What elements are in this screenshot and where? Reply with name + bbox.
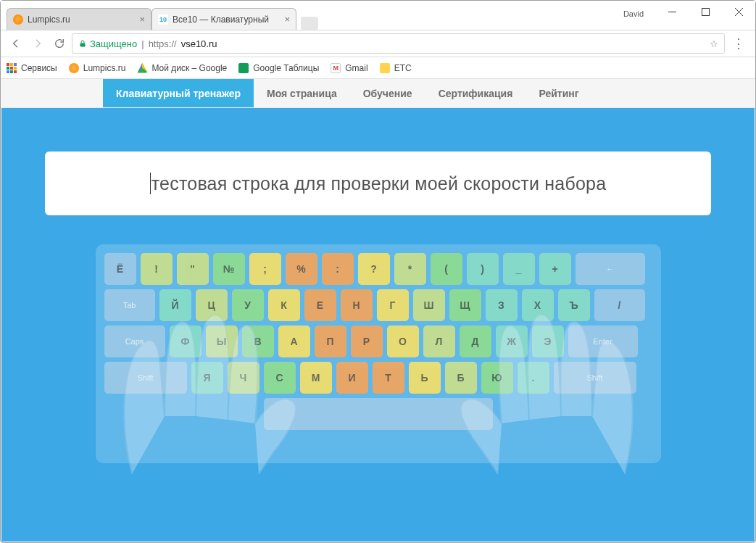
bookmark-label: Сервисы [21, 63, 57, 73]
secure-label: Защищено [90, 38, 137, 49]
bookmark-gmail[interactable]: MGmail [331, 63, 367, 73]
url-host: vse10.ru [181, 38, 217, 49]
svg-rect-4 [80, 43, 86, 47]
close-tab-icon[interactable]: × [139, 14, 145, 25]
key: Ё [104, 253, 136, 285]
favicon-lumpics [13, 14, 23, 25]
bookmarks-bar: Сервисы Lumpics.ru Мой диск – Google Goo… [1, 57, 755, 79]
virtual-keyboard: Ё ! " № ; % : ? * ( ) _ + ← Tab [96, 244, 661, 463]
key: ? [358, 253, 390, 285]
window-titlebar: Lumpics.ru × 10 Все10 — Клавиатурный × D… [1, 1, 755, 30]
nav-label: Рейтинг [539, 88, 578, 99]
sheets-icon [238, 63, 249, 73]
forward-button[interactable] [28, 34, 47, 53]
key: Т [373, 362, 404, 394]
key: № [213, 253, 245, 285]
new-tab-button[interactable] [301, 17, 318, 30]
bookmark-label: ETC [394, 63, 412, 73]
apps-icon [7, 63, 17, 73]
bookmark-label: Google Таблицы [253, 63, 319, 73]
key: * [394, 253, 426, 285]
key: ( [431, 253, 462, 285]
window-close-button[interactable] [722, 1, 755, 22]
drive-icon [137, 63, 147, 73]
window-maximize-button[interactable] [689, 1, 722, 22]
typing-input[interactable]: тестовая строка для проверки моей скорос… [45, 152, 711, 215]
folder-icon [380, 63, 390, 73]
key: : [322, 253, 354, 285]
gmail-icon: M [331, 63, 341, 73]
nav-rating[interactable]: Рейтинг [526, 79, 591, 107]
key-backspace: ← [576, 253, 645, 285]
secure-badge: Защищено [78, 38, 137, 49]
nav-learning[interactable]: Обучение [350, 79, 425, 107]
profile-name[interactable]: David [623, 5, 655, 18]
tab-title: Lumpics.ru [28, 14, 70, 25]
key: ! [141, 253, 173, 285]
bookmark-drive[interactable]: Мой диск – Google [137, 63, 227, 73]
text-cursor [150, 173, 151, 194]
key: И [336, 362, 368, 394]
bookmark-sheets[interactable]: Google Таблицы [238, 63, 319, 73]
apps-button[interactable]: Сервисы [7, 63, 57, 73]
url-input[interactable]: Защищено | https://vse10.ru ☆ [72, 33, 725, 54]
hand-left-illustration [103, 300, 320, 474]
nav-label: Моя страница [267, 88, 337, 99]
close-tab-icon[interactable]: × [284, 14, 290, 25]
nav-mypage[interactable]: Моя страница [254, 79, 350, 107]
key: " [177, 253, 209, 285]
nav-trainer[interactable]: Клавиатурный тренажер [103, 79, 254, 107]
key: О [387, 326, 419, 357]
nav-label: Сертификация [439, 88, 513, 99]
page-viewport: Клавиатурный тренажер Моя страница Обуче… [1, 79, 755, 542]
key: _ [503, 253, 535, 285]
favicon-lumpics [69, 63, 79, 73]
key: ) [467, 253, 499, 285]
typing-text: тестовая строка для проверки моей скорос… [151, 173, 607, 194]
hand-right-illustration [436, 300, 654, 474]
lock-icon [78, 39, 87, 48]
favicon-vse10: 10 [158, 14, 168, 25]
back-button[interactable] [7, 34, 25, 53]
nav-label: Клавиатурный тренажер [116, 88, 241, 99]
tab-title: Все10 — Клавиатурный [173, 14, 269, 25]
key: + [539, 253, 571, 285]
nav-cert[interactable]: Сертификация [425, 79, 526, 107]
key: Н [341, 289, 373, 321]
key: Г [377, 289, 409, 321]
bookmark-lumpics[interactable]: Lumpics.ru [69, 63, 126, 73]
url-scheme: https:// [149, 38, 177, 49]
bookmark-label: Gmail [345, 63, 367, 73]
address-bar: Защищено | https://vse10.ru ☆ ⋮ [1, 30, 755, 57]
key: % [286, 253, 317, 285]
browser-tab-vse10[interactable]: 10 Все10 — Клавиатурный × [151, 8, 296, 30]
nav-label: Обучение [363, 88, 412, 99]
trainer-area: тестовая строка для проверки моей скорос… [1, 108, 755, 542]
bookmark-label: Мой диск – Google [151, 63, 227, 73]
browser-tabstrip: Lumpics.ru × 10 Все10 — Клавиатурный × [7, 8, 318, 30]
bookmark-label: Lumpics.ru [83, 63, 126, 73]
key: Ь [409, 362, 441, 394]
bookmark-star-icon[interactable]: ☆ [710, 38, 718, 49]
key: ; [249, 253, 281, 285]
key: Р [351, 326, 383, 357]
chrome-menu-button[interactable]: ⋮ [728, 36, 749, 51]
reload-button[interactable] [50, 34, 69, 53]
window-minimize-button[interactable] [655, 1, 689, 22]
browser-tab-lumpics[interactable]: Lumpics.ru × [7, 8, 151, 30]
bookmark-etc[interactable]: ETC [380, 63, 412, 73]
site-nav: Клавиатурный тренажер Моя страница Обуче… [1, 79, 755, 108]
svg-rect-1 [702, 8, 709, 15]
